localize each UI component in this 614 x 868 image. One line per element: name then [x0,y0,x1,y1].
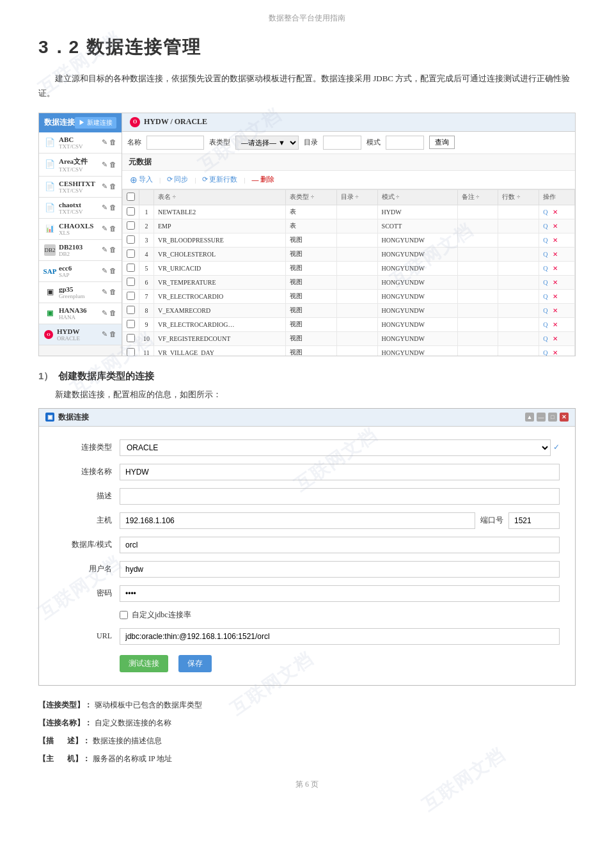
data-table: 表名 ÷ 表类型 ÷ 目录 ÷ 模式 ÷ 备注 ÷ 行数 ÷ 操作 1 NEWT… [122,189,575,356]
sidebar-item-chaoxls[interactable]: 📊 CHAOXLS XLS ✎ 🗑 [39,219,122,240]
delete-row-icon[interactable]: ✕ [553,321,558,328]
edit-icon[interactable]: ✎ [102,288,107,296]
row-checkbox[interactable] [123,275,139,289]
dialog-title: 数据连接 [58,412,525,423]
delete-icon[interactable]: 🗑 [109,267,116,275]
search-row-icon[interactable]: Q [543,209,547,216]
search-row-icon[interactable]: Q [543,251,547,258]
row-catalog [336,233,377,247]
legend-key-2: 【连接名称】： [38,715,92,730]
port-input[interactable] [508,512,560,529]
search-row-icon[interactable]: Q [543,223,547,230]
custom-jdbc-checkbox[interactable] [120,611,128,619]
search-row-icon[interactable]: Q [543,279,547,286]
edit-icon[interactable]: ✎ [102,182,107,191]
search-row-icon[interactable]: Q [543,237,547,244]
delete-button[interactable]: — 删除 [249,173,277,185]
desc-input[interactable] [120,488,560,505]
table-row: 5 VR_URICACID 视图 HONGYUNDW Q ✕ [123,261,575,275]
sidebar-item-ecc6[interactable]: SAP ecc6 SAP ✎ 🗑 [39,261,122,282]
sidebar-item-area[interactable]: 📄 Area文件 TXT/CSV ✎ 🗑 [39,154,122,177]
row-rowcount [498,247,539,261]
search-row-icon[interactable]: Q [543,293,547,300]
row-checkbox[interactable] [123,317,139,331]
dialog-up-button[interactable]: ▲ [525,413,534,422]
row-checkbox[interactable] [123,289,139,303]
edit-icon[interactable]: ✎ [102,309,107,317]
edit-icon[interactable]: ✎ [102,138,107,146]
search-row-icon[interactable]: Q [543,321,547,328]
dialog-minimize-button[interactable]: — [537,413,546,422]
delete-row-icon[interactable]: ✕ [553,251,558,258]
row-catalog [336,317,377,331]
delete-icon[interactable]: 🗑 [109,246,116,254]
conn-type-select[interactable]: ORACLE [120,439,551,456]
delete-row-icon[interactable]: ✕ [553,335,558,342]
test-connection-button[interactable]: 测试连接 [120,655,168,672]
sidebar-item-abc[interactable]: 📄 ABC TXT/CSV ✎ 🗑 [39,132,122,154]
delete-icon[interactable]: 🗑 [109,288,116,296]
sync-button[interactable]: ⟳ 同步 [164,173,191,185]
target-input[interactable] [323,136,361,150]
delete-icon[interactable]: 🗑 [109,203,116,212]
delete-row-icon[interactable]: ✕ [553,349,558,356]
sidebar-item-hana36[interactable]: ▣ HANA36 HANA ✎ 🗑 [39,303,122,324]
row-checkbox[interactable] [123,331,139,345]
import-button[interactable]: ⊕ 导入 [127,173,155,186]
row-checkbox[interactable] [123,261,139,275]
dialog-maximize-button[interactable]: □ [548,413,557,422]
sidebar-item-gp35[interactable]: ▣ gp35 Greenplum ✎ 🗑 [39,282,122,303]
edit-icon[interactable]: ✎ [102,225,107,233]
select-all-checkbox[interactable] [127,193,135,201]
delete-row-icon[interactable]: ✕ [553,307,558,314]
search-row-icon[interactable]: Q [543,265,547,272]
url-input[interactable] [120,628,560,645]
name-input[interactable] [146,136,204,150]
edit-icon[interactable]: ✎ [102,203,107,212]
delete-row-icon[interactable]: ✕ [553,209,558,216]
query-button[interactable]: 查询 [429,136,455,149]
delete-row-icon[interactable]: ✕ [553,293,558,300]
row-checkbox[interactable] [123,205,139,219]
username-input[interactable] [120,561,560,578]
delete-icon[interactable]: 🗑 [109,182,116,191]
table-type-select[interactable]: —请选择— ▼ [235,136,299,150]
row-checkbox[interactable] [123,303,139,317]
delete-row-icon[interactable]: ✕ [553,265,558,272]
delete-icon[interactable]: 🗑 [109,161,116,169]
sidebar-item-chaotxt[interactable]: 📄 chaotxt TXT/CSV ✎ 🗑 [39,198,122,219]
sidebar-item-ceshitxt[interactable]: 📄 CESHITXT TXT/CSV ✎ 🗑 [39,177,122,198]
search-row-icon[interactable]: Q [543,307,547,314]
delete-row-icon[interactable]: ✕ [553,237,558,244]
row-checkbox[interactable] [123,233,139,247]
edit-icon[interactable]: ✎ [102,267,107,275]
search-row-icon[interactable]: Q [543,349,547,356]
delete-row-icon[interactable]: ✕ [553,279,558,286]
dialog-close-button[interactable]: ✕ [560,413,569,422]
edit-icon[interactable]: ✎ [102,161,107,169]
db-schema-input[interactable] [120,537,560,553]
row-ops: Q ✕ [539,345,575,356]
row-checkbox[interactable] [123,219,139,233]
row-checkbox[interactable] [123,247,139,261]
new-connection-button[interactable]: ▶ 新建连接 [75,117,116,129]
row-checkbox[interactable] [123,345,139,356]
sidebar-item-hydw[interactable]: O HYDW ORACLE ✎ 🗑 [39,324,122,345]
delete-row-icon[interactable]: ✕ [553,223,558,230]
delete-icon[interactable]: 🗑 [109,138,116,146]
delete-icon[interactable]: 🗑 [109,309,116,317]
password-input[interactable] [120,585,560,602]
refresh-rows-button[interactable]: ⟳ 更新行数 [200,173,240,185]
password-label: 密码 [54,588,112,599]
search-row-icon[interactable]: Q [543,335,547,342]
edit-icon[interactable]: ✎ [102,246,107,254]
delete-icon[interactable]: 🗑 [109,330,116,338]
data-table-container[interactable]: 表名 ÷ 表类型 ÷ 目录 ÷ 模式 ÷ 备注 ÷ 行数 ÷ 操作 1 NEWT… [122,189,575,356]
sidebar-item-db2103[interactable]: DB2 DB2103 DB2 ✎ 🗑 [39,240,122,261]
save-button[interactable]: 保存 [178,655,212,672]
edit-icon[interactable]: ✎ [102,330,107,338]
schema-input[interactable] [386,136,424,150]
conn-name-input[interactable] [120,464,560,480]
host-input[interactable] [120,512,475,529]
delete-icon[interactable]: 🗑 [109,225,116,233]
